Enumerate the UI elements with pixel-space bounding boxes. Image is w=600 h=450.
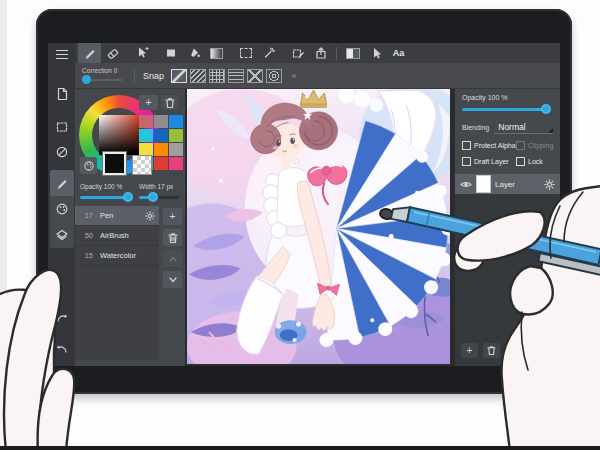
layer-row[interactable]: Layer (455, 174, 560, 194)
sidebar-layers-tool[interactable] (50, 222, 74, 248)
color-swatch[interactable] (154, 157, 168, 170)
correction-slider-knob[interactable] (82, 75, 91, 84)
color-swatch[interactable] (154, 143, 168, 156)
sidebar-tool-group (50, 170, 74, 248)
layer-thumbnail (476, 175, 491, 193)
sidebar-color-tool[interactable] (50, 196, 74, 222)
protect-alpha-checkbox[interactable]: Protect Alpha (462, 141, 516, 150)
move-tool-button[interactable] (130, 43, 153, 63)
palette-button[interactable] (80, 157, 97, 174)
main-column: Aa Correction 0 Snap (75, 43, 560, 366)
foreground-color-chip[interactable] (103, 152, 126, 175)
layer-opacity-knob[interactable] (541, 104, 551, 114)
shape-tool-button[interactable] (159, 43, 182, 63)
pen-icon (83, 46, 97, 60)
anime-illustration (187, 89, 450, 364)
brush-row-airbrush[interactable]: 50 AirBrush (75, 226, 159, 246)
brush-width-slider[interactable] (139, 192, 179, 202)
visibility-eye-icon[interactable] (460, 180, 472, 189)
select-pen-tool-button[interactable] (286, 43, 309, 63)
brush-width-label: Width 17 px (139, 183, 173, 190)
select-tool-button[interactable] (50, 120, 73, 133)
magic-wand-tool-button[interactable] (257, 43, 280, 63)
text-tool-icon: Aa (393, 48, 405, 58)
canvas-artwork (187, 89, 450, 364)
deselect-button[interactable] (50, 145, 73, 158)
marquee-icon (240, 48, 252, 58)
select-rect-tool-button[interactable] (234, 43, 257, 63)
add-swatch-button[interactable]: + (139, 95, 158, 110)
snap-parallel-button[interactable] (190, 69, 206, 83)
delete-swatch-button[interactable] (161, 95, 178, 110)
saturation-value-picker[interactable] (99, 115, 139, 155)
transparent-color-chip[interactable] (132, 155, 152, 175)
layer-opacity-slider[interactable] (462, 104, 551, 114)
correction-label: Correction 0 (82, 67, 128, 74)
snap-label: Snap (143, 71, 164, 81)
toolbar-divider (336, 47, 337, 60)
brush-row-pen[interactable]: 17 Pen (75, 206, 159, 226)
select-pen-icon (291, 46, 305, 60)
table-front-edge (0, 446, 600, 450)
chevron-down-icon (168, 276, 178, 284)
lock-checkbox[interactable]: Lock (516, 157, 543, 166)
redo-icon (55, 311, 69, 323)
text-tool-button[interactable]: Aa (387, 43, 410, 63)
cursor-tool-button[interactable] (364, 43, 387, 63)
brush-opacity-knob[interactable] (123, 192, 133, 202)
layer-settings-gear-icon[interactable] (544, 179, 555, 190)
color-swatch[interactable] (139, 115, 153, 128)
brush-opacity-slider[interactable] (80, 192, 133, 202)
snap-radial-button[interactable] (266, 69, 282, 83)
snap-off-button[interactable] (171, 69, 187, 83)
chevron-up-icon (168, 255, 178, 263)
brush-width-knob[interactable] (148, 192, 158, 202)
snap-more-dot[interactable] (292, 74, 296, 78)
color-swatch[interactable] (169, 143, 183, 156)
selection-rect-icon (55, 120, 69, 134)
delete-brush-button[interactable] (163, 229, 182, 246)
sidebar-brush-tool[interactable] (50, 170, 74, 196)
move-cursor-icon (135, 46, 149, 60)
filled-square-icon (164, 46, 178, 60)
color-swatch[interactable] (139, 129, 153, 142)
color-swatch[interactable] (154, 115, 168, 128)
brush-list: 17 Pen 50 AirBrush 15 Watercolor (75, 206, 159, 360)
pen-tool-button[interactable] (78, 43, 101, 63)
canvas-area[interactable] (185, 89, 455, 366)
correction-control: Correction 0 (82, 67, 128, 84)
layer-name: Layer (495, 180, 540, 189)
clipping-checkbox: Clipping (516, 141, 553, 150)
export-button[interactable] (309, 43, 332, 63)
new-document-button[interactable] (50, 87, 73, 100)
split-view-button[interactable] (341, 43, 364, 63)
eraser-tool-button[interactable] (101, 43, 124, 63)
layer-list-area: + (455, 194, 560, 366)
correction-slider[interactable] (82, 75, 128, 84)
delete-layer-button[interactable] (483, 343, 500, 358)
add-layer-button[interactable]: + (461, 343, 478, 358)
move-brush-up-button[interactable] (163, 250, 182, 267)
paint-bucket-icon (187, 46, 201, 60)
snap-vanishing-button[interactable] (247, 69, 263, 83)
color-swatch[interactable] (154, 129, 168, 142)
snap-horizontal-button[interactable] (228, 69, 244, 83)
move-brush-down-button[interactable] (163, 271, 182, 288)
fill-tool-button[interactable] (182, 43, 205, 63)
color-swatch[interactable] (169, 157, 183, 170)
menu-button[interactable] (50, 48, 73, 61)
color-swatch[interactable] (169, 129, 183, 142)
redo-button[interactable] (50, 310, 73, 323)
illustration-scene: Aa Correction 0 Snap (0, 0, 600, 450)
gradient-tool-button[interactable] (205, 43, 228, 63)
trash-icon (487, 345, 496, 356)
undo-button[interactable] (50, 341, 73, 354)
draft-layer-checkbox[interactable]: Draft Layer (462, 157, 516, 166)
merge-layer-button[interactable] (505, 343, 522, 358)
add-brush-button[interactable]: + (163, 208, 182, 225)
brush-row-watercolor[interactable]: 15 Watercolor (75, 246, 159, 266)
blending-dropdown[interactable]: Normal (494, 120, 553, 134)
snap-grid-button[interactable] (209, 69, 225, 83)
color-swatch[interactable] (169, 115, 183, 128)
brush-settings-gear-icon[interactable] (145, 211, 155, 221)
